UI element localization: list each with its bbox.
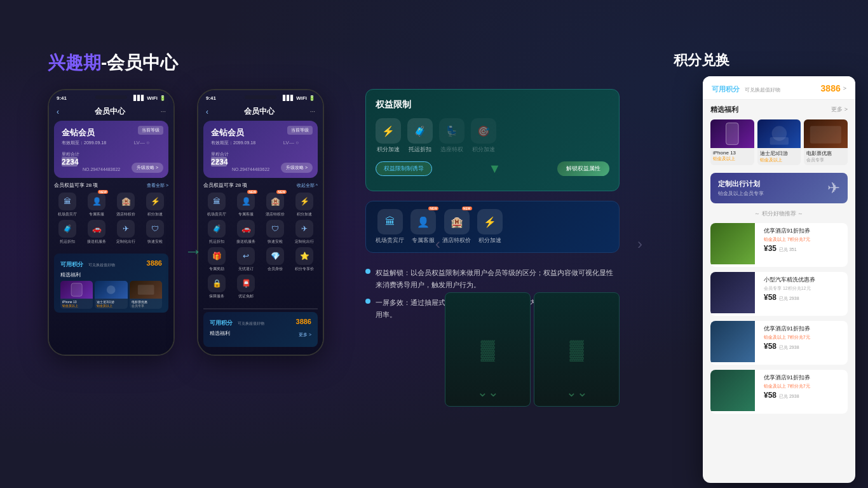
status-bar-1: 9:41 ▋▋▋ WiFi 🔋 (49, 90, 173, 104)
icon2-guarantee: 🔒 保障服务 (203, 274, 230, 299)
icon2-points: ⚡ 积分加速 (291, 193, 318, 217)
bullet-dot-2 (365, 299, 370, 304)
rp-product-1[interactable]: 小型汽车精洗优惠券 会员专享 12积分兑12元 ¥58 已兑 2938 (710, 272, 848, 316)
page-title: 兴趣期-会员中心 (48, 51, 178, 75)
benefits-section-1: 会员权益可享 28 项 查看全部 > 🏛 机场贵宾厅 👤 NEW 专属客服 🏨 (49, 178, 173, 251)
down-arrow-left: ⌄⌄ (477, 384, 499, 400)
points-section-2: 可用积分 可兑换超值好物 3886 精选福利 更多 > (203, 312, 318, 347)
status-bar-2: 9:41 ▋▋▋ WiFi 🔋 (198, 90, 323, 104)
back-button-1[interactable]: ‹ (57, 107, 59, 116)
slide-demo: ▓ ⌄⌄ ▓ ⌄⌄ (445, 292, 620, 407)
svg-rect-3 (726, 123, 739, 144)
benefits-row3-2: 🎁 专属奖励 ↩ 无忧退订 💎 会员身份 ⭐ 积分专享价 (203, 247, 318, 272)
svg-rect-0 (71, 283, 82, 297)
reward-movie[interactable]: 电影票优惠 会员专享 (130, 281, 162, 309)
benefits-header-1: 会员权益可享 28 项 查看全部 > (54, 182, 168, 189)
rp-product-0[interactable]: 优享酒店91折扣券 铂金及以上 7积分兑7元 ¥35 已兑 351 (710, 223, 848, 267)
benefits-header-2: 会员权益可享 28 项 收起全部 ^ (203, 182, 318, 189)
reward-img-movie (130, 281, 162, 299)
act-icon-points: ⚡ 积分加速 (477, 209, 503, 245)
reward-disney[interactable]: 迪士尼3日游 铂金及以上 (95, 281, 127, 309)
nav-arrow-right[interactable]: › (637, 235, 642, 253)
points-section-1: 可用积分 可兑换超值好物 3886 精选福利 iPhone 13 铂金及以上 (54, 254, 168, 313)
rp-img-movie (804, 119, 848, 148)
view-all-1[interactable]: 查看全部 > (147, 182, 168, 189)
arrow-connector: → (184, 241, 202, 262)
upgrade-button-1[interactable]: 升级攻略 > (132, 163, 163, 173)
svg-rect-5 (770, 137, 788, 145)
product-img-car (710, 272, 755, 313)
plane-icon: ✈ (827, 179, 840, 197)
slide-panel-left: ▓ ⌄⌄ (445, 292, 531, 407)
icon2-reward: 🎁 专属奖励 (203, 247, 230, 272)
level-badge-1: 当前等级 (138, 126, 163, 135)
more-button-2[interactable]: ··· (310, 108, 315, 115)
unlock-btn[interactable]: 解锁权益属性 (557, 161, 609, 176)
lv-label-2: LV— ○ (283, 140, 299, 146)
icon-airport-lounge: 🏛 机场贵宾厅 (54, 193, 81, 217)
section-title: 积分兑换 (674, 51, 729, 70)
rights-limit-btn[interactable]: 权益限制制诱导 (376, 161, 432, 176)
benefits-section-2: 会员权益可享 28 项 收起全部 ^ 🏛 机场贵宾厅 👤 NEW 专属客服 (198, 178, 323, 306)
svg-rect-2 (137, 285, 154, 294)
down-arrow-right: ⌄⌄ (566, 384, 588, 400)
status-icons-1: ▋▋▋ WiFi 🔋 (133, 95, 166, 101)
icon-hotel-price: 🏨 酒店特权价 (112, 193, 139, 217)
rp-product-2[interactable]: 优享酒店91折扣券 铂金及以上 7积分兑7元 ¥58 已兑 2938 (710, 321, 848, 365)
slide-panel-right: ▓ ⌄⌄ (534, 292, 620, 407)
level-badge-2: 当前等级 (287, 126, 313, 135)
rights-icon-target: 🎯 积分加速 (471, 118, 496, 154)
phone2-inner: 9:41 ▋▋▋ WiFi 🔋 ‹ 会员中心 ··· 当前等级 金钻会员 有效期… (198, 90, 323, 355)
rp-sub-header: ～ 积分好物推荐 ～ (710, 210, 848, 218)
divider-2 (203, 308, 318, 309)
rp-item-iphone[interactable]: iPhone 13 铂金及以上 (710, 119, 754, 165)
rp-more-link[interactable]: 更多 > (831, 105, 848, 114)
phone1-inner: 9:41 ▋▋▋ WiFi 🔋 ‹ 会员中心 ··· 当前等级 金钻会员 有效期… (49, 90, 173, 355)
rewards-grid-1: iPhone 13 铂金及以上 迪士尼3日游 铂金及以上 电影票优惠 会员专享 (60, 281, 162, 309)
rp-banner[interactable]: 定制出行计划 铂金及以上会员专享 ✈ (710, 173, 848, 203)
logo-icon-1: ✦✦ (62, 157, 78, 166)
arrow-row: 权益限制制诱导 ▼ 解锁权益属性 (376, 161, 609, 176)
product-img-beach (710, 370, 755, 411)
rights-title: 权益限制 (376, 99, 609, 111)
product-img-hotel1 (710, 223, 755, 264)
rp-product-3[interactable]: 优享酒店91折扣券 铂金及以上 7积分兑7元 ¥58 已兑 2938 (710, 370, 848, 414)
icon-points-boost: ⚡ 积分加速 (142, 193, 168, 217)
product-img-hotel2 (710, 321, 755, 362)
icon-exclusive-service: 👤 NEW 专属客服 (83, 193, 110, 217)
bullet-dot-1 (365, 269, 370, 274)
phone1-header: ‹ 会员中心 ··· (49, 104, 173, 121)
phone-mockup-1: 9:41 ▋▋▋ WiFi 🔋 ‹ 会员中心 ··· 当前等级 金钻会员 有效期… (48, 89, 175, 356)
svg-point-1 (107, 285, 116, 294)
activated-panel: 🏛 机场贵宾厅 👤 NEW 专属客服 🏨 NEW 酒店特权价 ⚡ 积分加速 (365, 201, 620, 253)
reward-iphone[interactable]: iPhone 13 铂金及以上 (60, 281, 93, 309)
upgrade-button-2[interactable]: 升级攻略 > (281, 163, 313, 173)
nav-arrow-left[interactable]: ‹ (435, 235, 440, 253)
back-button-2[interactable]: ‹ (206, 107, 208, 116)
phone-mockup-2: 9:41 ▋▋▋ WiFi 🔋 ‹ 会员中心 ··· 当前等级 金钻会员 有效期… (197, 89, 324, 356)
rp-item-disney[interactable]: 迪士尼3日游 铂金及以上 (757, 119, 801, 165)
benefits-row2-2: 🧳 托运折扣 🚗 接送机服务 🛡 快速安检 ✈ 定制化出行 (203, 220, 318, 245)
collapse-2[interactable]: 收起全部 ^ (297, 182, 318, 189)
right-panel: 可用积分 可兑换超值好物 3886 > 精选福利 更多 > iPhone 13 … (703, 76, 855, 483)
rights-panel: 权益限制 ⚡ 积分加速 🧳 托运折扣 💺 选座特权 🎯 积分加速 权益限制制诱导… (365, 89, 620, 191)
benefits-icons-row2-1: 🧳 托运折扣 🚗 接送机服务 ✈ 定制化出行 🛡 快速安检 (54, 220, 168, 245)
rewards-more-2[interactable]: 更多 > (299, 332, 311, 338)
member-card-2: 当前等级 金钻会员 有效期至：2099.09.18 LV— ○ 里程合计 223… (203, 121, 318, 178)
more-button-1[interactable]: ··· (161, 108, 166, 115)
down-arrow-icon: ▼ (489, 161, 501, 176)
icon-security: 🛡 快速安检 (142, 220, 168, 245)
rights-icons: ⚡ 积分加速 🧳 托运折扣 💺 选座特权 🎯 积分加速 (376, 118, 609, 154)
rp-more-arrow[interactable]: > (843, 85, 846, 92)
icon2-special: ⭐ 积分专享价 (291, 247, 318, 272)
lv-label: LV— ○ (134, 140, 149, 146)
benefits-row1-2: 🏛 机场贵宾厅 👤 NEW 专属客服 🏨 NEW 酒店特权价 (203, 193, 318, 217)
slide-content-right: ▓ (570, 339, 584, 360)
rp-item-movie[interactable]: 电影票优惠 会员专享 (804, 119, 848, 165)
benefits-row4-2: 🔒 保障服务 📮 优证免邮 (203, 274, 318, 299)
activated-icons: 🏛 机场贵宾厅 👤 NEW 专属客服 🏨 NEW 酒店特权价 ⚡ 积分加速 (376, 209, 609, 245)
rp-featured-header: 精选福利 更多 > (710, 105, 848, 114)
icon2-service: 👤 NEW 专属客服 (233, 193, 259, 217)
icon-custom: ✈ 定制化出行 (112, 220, 139, 245)
member-card-1: 当前等级 金钻会员 有效期至：2099.09.18 LV— ○ 里程合计 223… (54, 121, 168, 178)
